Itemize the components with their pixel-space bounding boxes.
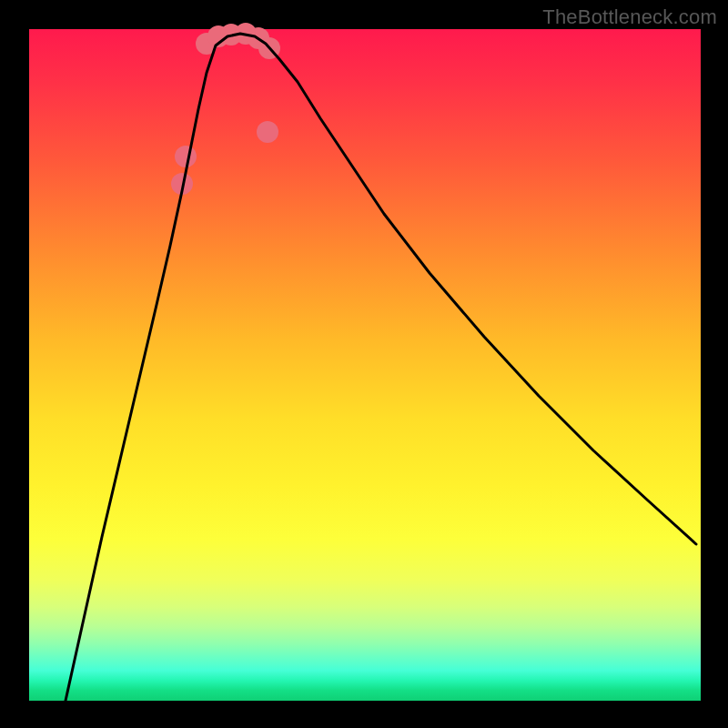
bottleneck-curve [66, 34, 696, 701]
chart-frame: TheBottleneck.com [0, 0, 728, 728]
curve-svg [29, 29, 701, 701]
plot-area [29, 29, 701, 701]
marker-point [175, 146, 197, 167]
watermark-text: TheBottleneck.com [542, 5, 717, 29]
marker-point [257, 121, 278, 143]
